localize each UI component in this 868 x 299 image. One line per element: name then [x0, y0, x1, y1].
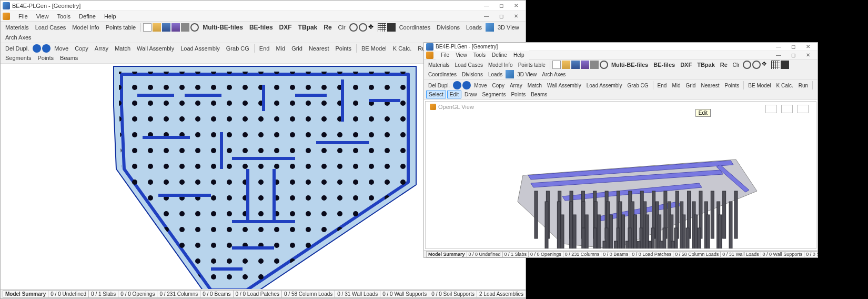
match-button[interactable]: Match [526, 82, 544, 89]
grid-button[interactable]: Grid [684, 82, 698, 89]
undo-icon[interactable] [453, 81, 461, 89]
open-icon[interactable] [562, 61, 570, 69]
del-dupl-button[interactable]: Del Dupl. [3, 44, 32, 53]
new-icon[interactable] [552, 61, 561, 69]
menu-define[interactable]: Define [489, 52, 510, 58]
redo-icon[interactable] [42, 44, 51, 53]
print-icon[interactable] [181, 23, 189, 32]
edit-button[interactable]: Edit [447, 91, 461, 98]
title-bar[interactable]: BE4E-PLGen - [Geometry] — ◻ ✕ [1, 1, 526, 11]
pan-icon[interactable]: ✥ [368, 23, 377, 32]
new-icon[interactable] [143, 23, 152, 32]
arch-axes-button[interactable]: Arch Axes [3, 33, 34, 42]
run-button[interactable]: Run [796, 82, 810, 89]
tbpak-button[interactable]: TBpak [296, 23, 320, 32]
mdi-close-button[interactable]: ✕ [801, 51, 815, 60]
nearest-button[interactable]: Nearest [699, 82, 721, 89]
zoom-out-icon[interactable] [359, 23, 367, 32]
array-button[interactable]: Array [92, 44, 111, 53]
k-calc-button[interactable]: K Calc. [390, 44, 414, 53]
zoom-out-icon[interactable] [752, 61, 761, 69]
array-button[interactable]: Array [508, 82, 524, 89]
search-icon[interactable] [600, 61, 608, 69]
coordinates-button[interactable]: Coordinates [397, 23, 433, 32]
model-info-button[interactable]: Model Info [486, 62, 515, 68]
grab-cg-button[interactable]: Grab CG [224, 44, 252, 53]
search-icon[interactable] [190, 23, 199, 32]
coordinates-button[interactable]: Coordinates [426, 71, 459, 78]
segments-button[interactable]: Segments [480, 91, 508, 98]
menu-define[interactable]: Define [75, 12, 100, 21]
divisions-button[interactable]: Divisions [434, 23, 462, 32]
close-button[interactable]: ✕ [509, 1, 523, 11]
menu-help[interactable]: Help [510, 52, 528, 58]
minimize-button[interactable]: — [479, 1, 494, 11]
arch-axes-button[interactable]: Arch Axes [540, 71, 568, 78]
3d-view-button[interactable]: 3D View [515, 71, 539, 78]
save-as-icon[interactable] [171, 23, 180, 32]
menu-file[interactable]: File [438, 52, 452, 58]
model-info-button[interactable]: Model Info [69, 23, 102, 32]
copy-button[interactable]: Copy [490, 82, 507, 89]
load-cases-button[interactable]: Load Cases [33, 23, 69, 32]
save-as-icon[interactable] [581, 61, 589, 69]
menu-file[interactable]: File [14, 12, 32, 21]
mdi-maximize-button[interactable]: ◻ [494, 12, 509, 21]
loads-button[interactable]: Loads [463, 23, 485, 32]
load-cases-button[interactable]: Load Cases [453, 62, 485, 68]
points-table-button[interactable]: Points table [103, 23, 138, 32]
menu-view[interactable]: View [452, 52, 470, 58]
dxf-button[interactable]: DXF [678, 61, 694, 68]
clr-button[interactable]: Clr [336, 23, 348, 32]
move-button[interactable]: Move [472, 82, 489, 89]
mid-button[interactable]: Mid [670, 82, 682, 89]
loads-button[interactable]: Loads [486, 71, 504, 78]
materials-button[interactable]: Materials [426, 62, 452, 68]
be-model-button[interactable]: BE Model [359, 44, 389, 53]
divisions-button[interactable]: Divisions [460, 71, 485, 78]
grab-cg-button[interactable]: Grab CG [625, 82, 651, 89]
beams-button[interactable]: Beams [57, 54, 80, 62]
points2-button[interactable]: Points [35, 54, 57, 62]
grid-button[interactable]: Grid [289, 44, 305, 53]
end-button[interactable]: End [655, 82, 669, 89]
grid-icon[interactable] [771, 61, 780, 69]
mdi-maximize-button[interactable]: ◻ [786, 51, 801, 60]
multi-be-files-button[interactable]: Multi-BE-files [200, 23, 246, 32]
axes-icon[interactable] [781, 61, 789, 69]
maximize-button[interactable]: ◻ [494, 1, 509, 11]
end-button[interactable]: End [257, 44, 272, 53]
materials-button[interactable]: Materials [3, 23, 32, 32]
be-files-button[interactable]: BE-files [247, 23, 276, 32]
axes-icon[interactable] [387, 23, 396, 32]
be-files-button[interactable]: BE-files [651, 61, 677, 68]
mdi-close-button[interactable]: ✕ [509, 12, 523, 21]
nearest-button[interactable]: Nearest [306, 44, 332, 53]
wall-assembly-button[interactable]: Wall Assembly [545, 82, 583, 89]
tbpak-button[interactable]: TBpak [695, 61, 717, 68]
menu-help[interactable]: Help [100, 12, 120, 21]
opengl-canvas[interactable]: OpenGL View Edit [425, 101, 816, 249]
del-dupl-button[interactable]: Del Dupl. [426, 82, 452, 89]
zoom-in-icon[interactable] [743, 61, 751, 69]
menu-tools[interactable]: Tools [470, 52, 489, 58]
beams-button[interactable]: Beams [529, 91, 549, 98]
wall-assembly-button[interactable]: Wall Assembly [134, 44, 177, 53]
load-assembly-button[interactable]: Load Assembly [584, 82, 624, 89]
load-assembly-button[interactable]: Load Assembly [178, 44, 223, 53]
mid-button[interactable]: Mid [273, 44, 288, 53]
zoom-in-icon[interactable] [349, 23, 358, 32]
mdi-minimize-button[interactable]: — [479, 12, 494, 21]
3d-view-button[interactable]: 3D View [495, 23, 522, 32]
copy-button[interactable]: Copy [72, 44, 91, 53]
points2-button[interactable]: Points [509, 91, 528, 98]
dxf-button[interactable]: DXF [277, 23, 295, 32]
redo-icon[interactable] [462, 81, 471, 89]
points-button[interactable]: Points [722, 82, 741, 89]
pan-icon[interactable]: ✥ [762, 61, 770, 69]
3d-icon[interactable] [486, 23, 494, 32]
points-table-button[interactable]: Points table [516, 62, 548, 68]
re-button[interactable]: Re [321, 23, 334, 32]
clr-button[interactable]: Clr [731, 62, 742, 68]
k-calc-button[interactable]: K Calc. [774, 82, 795, 89]
